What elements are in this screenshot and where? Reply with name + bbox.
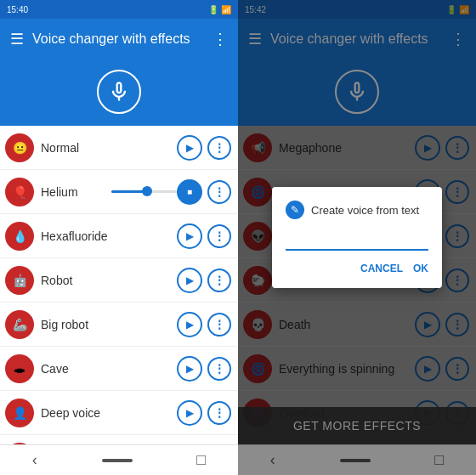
effect-name-big-robot: Big robot — [39, 318, 177, 331]
dialog-text-input[interactable] — [286, 229, 428, 251]
left-screen: 15:40 🔋 📶 ☰ Voice changer with effects ⋮… — [0, 0, 238, 475]
right-screen: 15:42 🔋 📶 ☰ Voice changer with effects ⋮… — [238, 0, 476, 475]
helium-slider-row: Helium — [39, 185, 177, 199]
effect-item-deep-voice: 👤 Deep voice ▶ ⋮ — [0, 391, 238, 435]
app-title: Voice changer with effects — [32, 31, 204, 47]
play-button-normal[interactable]: ▶ — [177, 135, 202, 161]
effect-icon-helium: 🎈 — [0, 170, 39, 214]
more-button-deep-voice[interactable]: ⋮ — [207, 401, 231, 425]
effect-name-normal: Normal — [39, 141, 177, 155]
effect-item-cave: 🕳 Cave ▶ ⋮ — [0, 347, 238, 391]
effect-icon-backwards: ⏮ — [0, 435, 39, 445]
home-button[interactable] — [102, 459, 133, 462]
create-voice-dialog: ✎ Create voice from text CANCEL OK — [272, 187, 442, 288]
play-button-deep-voice[interactable]: ▶ — [177, 400, 202, 426]
mic-button[interactable] — [97, 70, 141, 114]
left-app-bar: ☰ Voice changer with effects ⋮ — [0, 19, 238, 59]
mic-area — [0, 59, 238, 126]
effect-controls-helium: ■ ⋮ — [177, 179, 231, 205]
dialog-actions: CANCEL OK — [286, 263, 428, 274]
dialog-cancel-button[interactable]: CANCEL — [360, 263, 403, 274]
left-status-bar: 15:40 🔋 📶 — [0, 0, 238, 19]
play-button-hexafluoride[interactable]: ▶ — [177, 223, 202, 249]
left-status-icons: 🔋 📶 — [208, 5, 231, 14]
more-button-robot[interactable]: ⋮ — [207, 269, 231, 292]
effect-controls-robot: ▶ ⋮ — [177, 268, 231, 293]
play-button-robot[interactable]: ▶ — [177, 268, 202, 293]
effect-item-normal: 😐 Normal ▶ ⋮ — [0, 126, 238, 170]
dialog-edit-icon: ✎ — [286, 201, 304, 219]
effect-controls-deep-voice: ▶ ⋮ — [177, 400, 231, 426]
effect-name-hexafluoride: Hexafluoride — [39, 229, 177, 243]
more-button-normal[interactable]: ⋮ — [207, 136, 231, 160]
effect-item-big-robot: 🦾 Big robot ▶ ⋮ — [0, 303, 238, 347]
effect-icon-big-robot: 🦾 — [0, 303, 39, 347]
dialog-title: Create voice from text — [311, 204, 419, 217]
time-display: 15:40 — [7, 5, 28, 14]
effect-controls-cave: ▶ ⋮ — [177, 356, 231, 382]
dialog-overlay[interactable]: ✎ Create voice from text CANCEL OK — [238, 0, 476, 475]
more-button-hexafluoride[interactable]: ⋮ — [207, 224, 231, 248]
effects-list: 😐 Normal ▶ ⋮ 🎈 Helium — [0, 126, 238, 444]
back-button[interactable]: ‹ — [32, 451, 37, 469]
effect-icon-hexafluoride: 💧 — [0, 214, 39, 258]
hamburger-icon[interactable]: ☰ — [10, 30, 24, 48]
mic-icon — [107, 80, 131, 104]
play-button-cave[interactable]: ▶ — [177, 356, 202, 382]
more-button-helium[interactable]: ⋮ — [207, 180, 231, 204]
more-button-big-robot[interactable]: ⋮ — [207, 313, 231, 336]
left-status-time: 15:40 — [7, 5, 28, 14]
effect-item-robot: 🤖 Robot ▶ ⋮ — [0, 258, 238, 303]
dialog-ok-button[interactable]: OK — [413, 263, 428, 274]
effect-icon-cave: 🕳 — [0, 347, 39, 391]
effect-controls-hexafluoride: ▶ ⋮ — [177, 223, 231, 249]
helium-slider[interactable] — [111, 190, 177, 193]
overflow-menu-icon[interactable]: ⋮ — [212, 30, 228, 48]
more-button-cave[interactable]: ⋮ — [207, 357, 231, 381]
effect-controls-big-robot: ▶ ⋮ — [177, 312, 231, 337]
effect-icon-robot: 🤖 — [0, 258, 39, 303]
play-button-big-robot[interactable]: ▶ — [177, 312, 202, 337]
left-nav-bar: ‹ □ — [0, 444, 238, 475]
effect-controls-normal: ▶ ⋮ — [177, 135, 231, 161]
battery-icon: 🔋 — [208, 5, 218, 14]
effect-item-backwards: ⏮ Backwards ▶ ⋮ — [0, 435, 238, 444]
effect-name-cave: Cave — [39, 362, 177, 376]
effect-name-helium: Helium — [39, 185, 106, 199]
recent-button[interactable]: □ — [196, 451, 206, 469]
effect-item-hexafluoride: 💧 Hexafluoride ▶ ⋮ — [0, 214, 238, 258]
dialog-header: ✎ Create voice from text — [286, 201, 428, 219]
wifi-icon: 📶 — [221, 5, 231, 14]
stop-button-helium[interactable]: ■ — [177, 179, 202, 205]
effect-icon-normal: 😐 — [0, 126, 39, 170]
effect-item-helium: 🎈 Helium ■ ⋮ — [0, 170, 238, 214]
effect-icon-deep-voice: 👤 — [0, 391, 39, 435]
effect-name-deep-voice: Deep voice — [39, 406, 177, 420]
effect-name-robot: Robot — [39, 274, 177, 287]
